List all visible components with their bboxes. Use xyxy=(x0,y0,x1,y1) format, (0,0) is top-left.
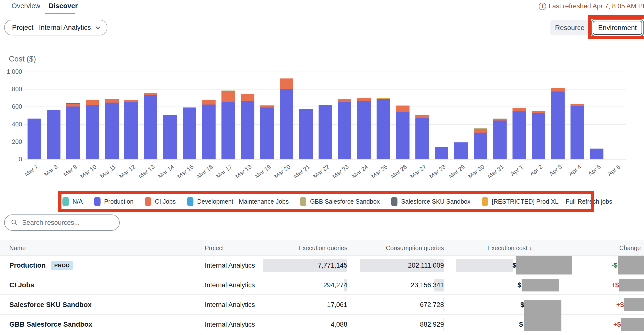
bar-segment[interactable] xyxy=(318,105,332,159)
y-axis-tick-label: 1,000 xyxy=(1,68,22,75)
bar-segment[interactable] xyxy=(493,121,506,159)
bar-segment[interactable] xyxy=(416,118,429,159)
bar-segment[interactable] xyxy=(570,106,584,159)
legend-item[interactable]: Development - Maintenance Jobs xyxy=(187,197,288,206)
tab-discover[interactable]: Discover xyxy=(49,2,78,10)
table-row[interactable]: ProductionPRODInternal Analytics7,771,14… xyxy=(0,255,644,275)
bar-segment[interactable] xyxy=(532,113,545,159)
bar-segment[interactable] xyxy=(590,149,604,160)
resource-name[interactable]: GBB Salesforce Sandbox xyxy=(9,314,92,334)
bar-segment[interactable] xyxy=(222,102,235,159)
bar-segment[interactable] xyxy=(357,98,371,101)
bar-segment[interactable] xyxy=(416,115,429,118)
bar-segment[interactable] xyxy=(144,95,157,159)
col-header-project[interactable]: Project xyxy=(205,244,224,252)
bar-segment[interactable] xyxy=(66,103,80,104)
x-axis-tick-label: Mar 28 xyxy=(412,163,447,193)
bar-segment[interactable] xyxy=(144,93,157,95)
bar-segment[interactable] xyxy=(105,103,119,159)
prod-badge: PROD xyxy=(51,261,74,270)
bar-segment[interactable] xyxy=(163,115,177,159)
bar-segment[interactable] xyxy=(357,101,371,159)
bar-segment[interactable] xyxy=(454,142,468,159)
bar-segment[interactable] xyxy=(338,102,351,159)
legend-item[interactable]: Production xyxy=(94,197,134,206)
bar-segment[interactable] xyxy=(512,108,526,111)
bar-segment[interactable] xyxy=(551,92,564,159)
consumption-queries-cell: 882,929 xyxy=(346,314,444,334)
bar-segment[interactable] xyxy=(376,100,390,159)
change-cell: +$ xyxy=(594,314,621,334)
col-header-execution-queries[interactable]: Execution queries xyxy=(270,244,347,252)
legend-item[interactable]: Salesforce SKU Sandbox xyxy=(391,197,470,206)
bar-segment[interactable] xyxy=(222,91,235,91)
bar-segment[interactable] xyxy=(435,147,448,159)
legend-item[interactable]: N/A xyxy=(62,197,83,206)
bar-segment[interactable] xyxy=(570,104,584,106)
bar-segment[interactable] xyxy=(493,119,506,119)
col-header-change[interactable]: Change xyxy=(590,244,641,252)
bar-segment[interactable] xyxy=(512,111,526,159)
bar-segment[interactable] xyxy=(338,99,351,102)
legend-item[interactable]: [RESTRICTED] Prod XL -- Full-Refresh job… xyxy=(482,197,612,206)
execution-cost-cell: $ xyxy=(520,295,524,314)
col-header-name[interactable]: Name xyxy=(9,244,26,252)
tab-overview[interactable]: Overview xyxy=(12,2,40,10)
resource-name[interactable]: Salesforce SKU Sandbox xyxy=(9,295,92,314)
bar-segment[interactable] xyxy=(260,108,274,159)
bar-segment[interactable] xyxy=(202,100,216,105)
x-axis-tick-label: Mar 11 xyxy=(82,163,117,193)
legend-label: CI Jobs xyxy=(155,198,176,205)
bar-segment[interactable] xyxy=(105,99,119,103)
bar-segment[interactable] xyxy=(376,100,390,100)
bar-segment[interactable] xyxy=(124,100,138,102)
bar-segment[interactable] xyxy=(28,119,41,159)
bar-segment[interactable] xyxy=(493,119,506,121)
table-row[interactable]: CI JobsInternal Analytics294,27423,156,3… xyxy=(0,275,644,295)
col-header-execution-cost[interactable]: Execution cost ↓ xyxy=(474,244,532,252)
bar-segment[interactable] xyxy=(474,129,487,133)
bar-segment[interactable] xyxy=(66,107,80,159)
bar-segment[interactable] xyxy=(532,111,545,113)
bar-segment[interactable] xyxy=(551,88,564,92)
bar-segment[interactable] xyxy=(47,110,60,159)
bar-segment[interactable] xyxy=(396,112,410,159)
environment-toggle-button[interactable]: Environment xyxy=(593,21,642,35)
bar-segment[interactable] xyxy=(241,94,254,101)
bar-segment[interactable] xyxy=(299,109,313,159)
bar-segment[interactable] xyxy=(474,128,487,129)
search-input[interactable] xyxy=(22,219,116,226)
table-row[interactable]: Salesforce SKU SandboxInternal Analytics… xyxy=(0,295,644,314)
bar-segment[interactable] xyxy=(202,105,216,159)
bar-segment[interactable] xyxy=(280,79,293,89)
legend-item[interactable]: CI Jobs xyxy=(145,197,176,206)
project-filter-dropdown[interactable]: Project Internal Analytics xyxy=(4,20,108,36)
legend-item[interactable]: GBB Salesforce Sandbox xyxy=(300,197,380,206)
bar-segment[interactable] xyxy=(376,98,390,99)
resource-name[interactable]: CI Jobs xyxy=(9,275,34,295)
resource-toggle-button[interactable]: Resource xyxy=(550,20,590,36)
change-cell: +$ xyxy=(597,295,624,314)
col-header-consumption-queries[interactable]: Consumption queries xyxy=(369,244,444,252)
legend-label: N/A xyxy=(72,198,83,205)
bar-segment[interactable] xyxy=(86,100,99,105)
execution-cost-cell: $ xyxy=(519,314,523,334)
resource-name[interactable]: ProductionPROD xyxy=(9,255,73,275)
bar-segment[interactable] xyxy=(183,108,196,159)
search-resources-box[interactable] xyxy=(4,214,120,231)
bar-segment[interactable] xyxy=(86,105,99,160)
bar-segment[interactable] xyxy=(86,100,99,100)
bar-segment[interactable] xyxy=(396,106,410,112)
sort-descending-icon[interactable]: ↓ xyxy=(529,244,532,251)
bar-segment[interactable] xyxy=(66,104,80,107)
bar-segment[interactable] xyxy=(124,102,138,159)
bar-segment[interactable] xyxy=(222,91,235,102)
bar-segment[interactable] xyxy=(474,133,487,159)
bar-segment[interactable] xyxy=(241,101,254,159)
bar-segment[interactable] xyxy=(376,99,390,100)
bar-segment[interactable] xyxy=(551,88,564,88)
bar-segment[interactable] xyxy=(280,89,293,159)
bar-segment[interactable] xyxy=(260,105,274,106)
bar-segment[interactable] xyxy=(124,100,138,100)
bar-segment[interactable] xyxy=(260,106,274,108)
